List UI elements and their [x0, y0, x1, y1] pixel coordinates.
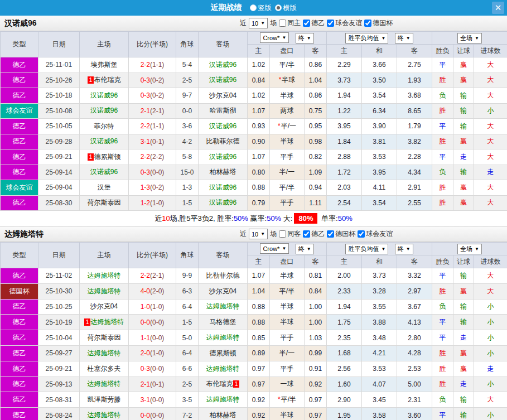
full-score: 2-1	[141, 380, 150, 388]
mean-home-value: 2.56	[327, 361, 362, 376]
col-home: 主场	[80, 32, 129, 57]
mean-away-value: 2.91	[397, 180, 432, 196]
result-handicap: 输	[453, 408, 474, 420]
filter-checkbox[interactable]: 同主	[279, 18, 301, 28]
match-row: 德乙 25-10-18 汉诺威96 0-3(0-2) 9-7 沙尔克04 1.0…	[1, 88, 507, 104]
corners-cell: 5-0	[176, 330, 199, 346]
mean-draw-value: 3.58	[362, 408, 397, 420]
checkbox-icon[interactable]	[358, 230, 365, 238]
mean-select[interactable]: 胜平负均值▼	[345, 244, 388, 254]
close-icon[interactable]: ✕	[492, 2, 504, 14]
checkbox-icon[interactable]	[327, 20, 334, 27]
full-score: 1-1	[141, 334, 150, 342]
chevron-down-icon: ▼	[307, 247, 311, 252]
checkbox-icon[interactable]	[303, 230, 310, 238]
checkbox-icon[interactable]	[303, 20, 310, 27]
match-date: 25-10-26	[38, 73, 80, 88]
match-row: 德乙 25-09-21 1德累斯顿 2-2(2-2) 5-8 汉诺威96 1.0…	[1, 149, 507, 165]
match-row: 德乙 25-08-30 荷尔斯泰因 1-2(1-0) 1-5 汉诺威96 0.7…	[1, 195, 507, 211]
result-handicap: 赢	[453, 195, 474, 211]
mean-draw-value: 3.53	[362, 149, 397, 165]
league-type-cell: 德乙	[1, 330, 38, 346]
layout-radio-unchecked[interactable]: 竖版	[250, 3, 272, 13]
radio-icon[interactable]	[275, 4, 282, 11]
chevron-down-icon: ▼	[307, 36, 311, 41]
layout-radio-checked[interactable]: 横版	[275, 3, 297, 13]
mean-away-value: 2.97	[397, 283, 432, 299]
chevron-down-icon: ▼	[475, 247, 479, 252]
score-cell: 2-2(1-1)	[129, 57, 176, 73]
mean-away-value: 3.68	[397, 88, 432, 104]
result-wdl: 负	[432, 165, 453, 180]
full-score: 4-0	[141, 287, 150, 295]
full-score: 0-0	[141, 318, 150, 326]
period-select[interactable]: 全场▼	[457, 244, 482, 254]
match-date: 25-08-24	[38, 408, 80, 420]
filter-checkbox[interactable]: 球会友谊	[327, 18, 362, 28]
result-handicap: 赢	[453, 361, 474, 376]
radio-icon[interactable]	[250, 4, 257, 11]
filter-checkbox[interactable]: 球会友谊	[358, 229, 393, 239]
filter-checkbox[interactable]: 德乙	[303, 18, 325, 28]
mean-draw-value: 3.73	[362, 268, 397, 284]
score-cell: 1-0(1-0)	[129, 299, 176, 315]
odds-away-value: 0.98	[305, 134, 327, 149]
away-team: 柏林赫塔	[199, 165, 248, 180]
odds-home-value: 1.07	[248, 268, 270, 284]
result-goals: 走	[474, 165, 507, 180]
league-type-cell: 德乙	[1, 299, 38, 315]
result-goals: 大	[474, 268, 507, 284]
summary-segment: 赢率:	[248, 214, 267, 223]
period-select[interactable]: 全场▼	[457, 33, 482, 44]
asterisk-marker: *	[278, 122, 281, 130]
odds-stage-select[interactable]: 终▼	[296, 33, 314, 44]
games-label: 场	[270, 229, 277, 239]
away-team: 布伦瑞克1	[199, 376, 248, 392]
matches-table-darmstadt: 类型 日期 主场 比分(半场) 角球 客场 Crow*▼ 终▼ 胜平负均值▼ 终…	[0, 242, 507, 420]
filter-checkbox[interactable]: 同客	[279, 229, 301, 239]
section-bar-darmstadt: 达姆施塔特 近 10▼ 场 同客德乙德国杯球会友谊	[0, 226, 507, 242]
half-score: (0-0)	[150, 396, 164, 404]
league-type-cell: 德乙	[1, 165, 38, 180]
home-team: 荷尔斯泰因	[80, 195, 129, 211]
odds-away-value: 1.03	[305, 330, 327, 346]
match-count-select[interactable]: 10▼	[249, 18, 268, 28]
score-cell: 2-1(2-1)	[129, 103, 176, 119]
checkbox-icon[interactable]	[364, 20, 371, 27]
result-handicap: 输	[453, 88, 474, 104]
odds-stage-select[interactable]: 终▼	[296, 244, 314, 254]
league-type-cell: 德乙	[1, 376, 38, 392]
mean-stage-select[interactable]: 终▼	[395, 244, 413, 254]
mean-away-value: 8.65	[397, 103, 432, 119]
team-name: 汉诺威96	[4, 18, 37, 28]
mean-draw-value: 3.50	[362, 73, 397, 88]
odds-home-value: 0.80	[248, 165, 270, 180]
checkbox-icon[interactable]	[327, 230, 334, 238]
summary-segment: 50%	[267, 214, 281, 223]
filter-checkbox[interactable]: 德国杯	[364, 18, 393, 28]
match-count-select[interactable]: 10▼	[249, 229, 268, 239]
odds-away-value: 0.86	[305, 57, 327, 73]
full-score: 0-3	[141, 76, 150, 84]
match-date: 25-11-01	[38, 57, 80, 73]
mean-select[interactable]: 胜平负均值▼	[345, 33, 388, 44]
odds-home-value: 0.92	[248, 392, 270, 408]
result-goals: 大	[474, 134, 507, 149]
mean-draw-value: 3.90	[362, 119, 397, 134]
bookmaker-select[interactable]: Crow*▼	[260, 32, 289, 43]
result-handicap: 输	[453, 315, 474, 330]
half-score: (1-0)	[150, 199, 164, 207]
mean-away-value: 2.53	[397, 361, 432, 376]
filter-checkbox[interactable]: 德国杯	[327, 229, 355, 239]
mean-stage-select[interactable]: 终▼	[395, 33, 413, 44]
filter-checkbox[interactable]: 德乙	[303, 229, 325, 239]
mean-home-value: 1.22	[327, 103, 362, 119]
checkbox-icon[interactable]	[279, 20, 286, 27]
checkbox-icon[interactable]	[279, 230, 286, 238]
bookmaker-select[interactable]: Crow*▼	[260, 243, 289, 254]
result-wdl: 胜	[432, 195, 453, 211]
result-goals: 大	[474, 392, 507, 408]
corners-cell: 3-5	[176, 392, 199, 408]
near-label: 近	[240, 18, 247, 28]
mean-home-value: 2.88	[327, 149, 362, 165]
